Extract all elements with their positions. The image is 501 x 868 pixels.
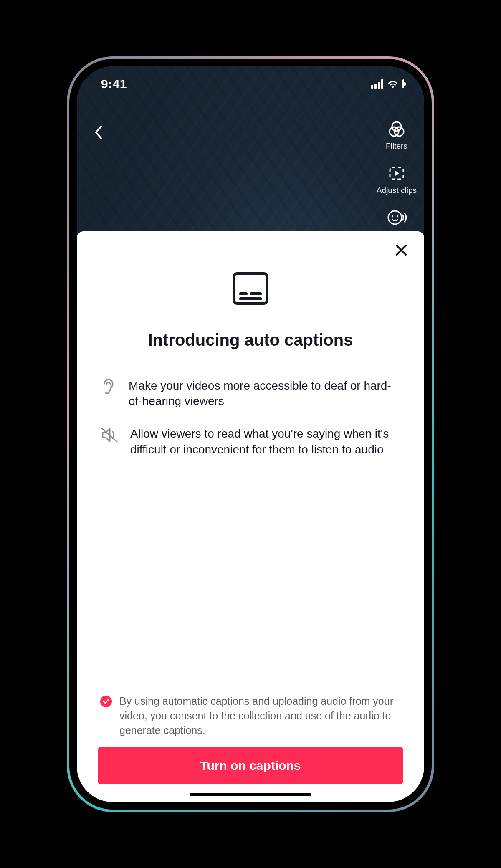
muted-audio-icon xyxy=(100,427,119,445)
wifi-icon xyxy=(387,79,398,89)
adjust-clips-icon xyxy=(387,165,406,183)
svg-point-4 xyxy=(388,211,402,224)
auto-captions-sheet: Introducing auto captions Make your vide… xyxy=(77,231,424,802)
svg-point-5 xyxy=(392,215,393,217)
status-time: 9:41 xyxy=(101,77,127,91)
ear-icon xyxy=(100,379,117,399)
cellular-icon xyxy=(371,79,383,89)
svg-rect-10 xyxy=(239,297,262,300)
filters-label: Filters xyxy=(386,142,407,151)
voice-effects-icon xyxy=(386,209,407,228)
benefit-accessibility: Make your videos more accessible to deaf… xyxy=(100,378,401,410)
adjust-clips-tool[interactable]: Adjust clips xyxy=(377,165,417,195)
benefits-list: Make your videos more accessible to deaf… xyxy=(98,378,403,458)
voice-effects-tool[interactable] xyxy=(386,209,407,228)
home-indicator[interactable] xyxy=(190,793,311,796)
filters-tool[interactable]: Filters xyxy=(386,121,407,151)
consent-checkbox[interactable] xyxy=(100,696,112,707)
turn-on-captions-button[interactable]: Turn on captions xyxy=(98,747,403,784)
filters-icon xyxy=(387,121,406,139)
status-bar: 9:41 xyxy=(77,66,424,96)
adjust-clips-label: Adjust clips xyxy=(377,186,417,195)
battery-icon xyxy=(402,80,404,88)
close-button[interactable] xyxy=(395,244,407,258)
back-button[interactable] xyxy=(94,125,103,142)
benefit-text: Make your videos more accessible to deaf… xyxy=(129,378,401,410)
side-toolbar: Filters Adjust clips xyxy=(377,121,417,228)
benefit-text: Allow viewers to read what you're saying… xyxy=(130,426,401,458)
phone-frame: 9:41 xyxy=(67,56,434,812)
sheet-title: Introducing auto captions xyxy=(98,331,403,349)
consent-text: By using automatic captions and uploadin… xyxy=(119,694,401,738)
svg-rect-8 xyxy=(239,292,248,295)
screen: 9:41 xyxy=(77,66,424,802)
phone-bezel: 9:41 xyxy=(69,59,432,810)
consent-row: By using automatic captions and uploadin… xyxy=(98,694,403,738)
svg-point-6 xyxy=(397,215,398,217)
captions-icon xyxy=(232,271,269,307)
svg-rect-9 xyxy=(250,292,262,295)
benefit-muted: Allow viewers to read what you're saying… xyxy=(100,426,401,458)
status-indicators xyxy=(371,79,404,89)
